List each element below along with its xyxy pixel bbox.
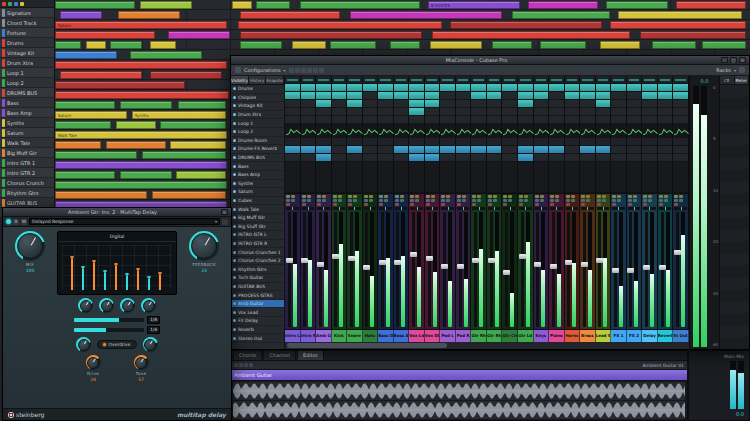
insert-slot[interactable] [440,108,455,116]
send-slot[interactable] [394,146,409,154]
track-row[interactable]: Big Muff Gtr [0,148,54,158]
power-icon[interactable] [6,219,11,224]
s-button[interactable] [648,195,652,198]
insert-slot[interactable] [549,92,564,100]
insert-slot[interactable] [502,108,517,116]
routing-cell[interactable] [580,76,595,84]
insert-slot[interactable] [471,84,486,92]
e-button[interactable] [441,199,445,202]
quick-controls-cell[interactable] [642,162,657,193]
s-button[interactable] [571,195,575,198]
s-button[interactable] [400,195,404,198]
insert-slot[interactable] [394,92,409,100]
r-button[interactable] [384,199,388,202]
pan-control[interactable] [566,207,579,210]
channel-strip-cell[interactable] [518,138,533,146]
clip[interactable] [292,41,326,49]
pan-control[interactable] [333,207,346,210]
clip[interactable] [55,181,227,189]
w-button[interactable] [597,203,601,206]
clip[interactable] [330,41,376,49]
clip[interactable] [120,171,172,179]
send-slot[interactable] [440,146,455,154]
send-slot[interactable] [363,146,378,154]
e-button[interactable] [364,199,368,202]
plugin-titlebar[interactable]: Ambient Gtr: Ins. 2 - MultiTap Delay [3,208,231,217]
m-button[interactable] [519,195,523,198]
routing-cell[interactable] [285,76,300,84]
channel-strip[interactable] [301,194,317,329]
m-button[interactable] [581,195,585,198]
channel-strip-cell[interactable] [611,138,626,146]
channel-name[interactable]: Snare [347,330,363,342]
insert-slot[interactable] [534,116,549,124]
routing-cell[interactable] [627,76,642,84]
e-button[interactable] [581,199,585,202]
clip[interactable] [118,11,180,19]
write-automation-button[interactable]: W [21,219,27,225]
insert-slot[interactable] [487,116,502,124]
m-button[interactable] [488,195,492,198]
channel-name[interactable]: Intro L [285,330,301,342]
channel-strip[interactable] [363,194,379,329]
insert-slot[interactable] [363,108,378,116]
clip[interactable] [606,1,668,9]
tap-display[interactable] [62,245,172,290]
insert-slot[interactable] [596,108,611,116]
channel-name[interactable]: FX 1 [611,330,627,342]
quick-controls-cell[interactable] [580,162,595,193]
insert-slot[interactable] [440,92,455,100]
e-button[interactable] [519,199,523,202]
fader-cap[interactable] [379,260,386,265]
insert-slot[interactable] [363,84,378,92]
routing-cell[interactable] [596,76,611,84]
fader-cap[interactable] [301,258,308,263]
insert-slot[interactable] [471,100,486,108]
send-slot[interactable] [487,154,502,162]
send-slot[interactable] [363,154,378,162]
w-button[interactable] [457,203,461,206]
send-slot[interactable] [347,146,362,154]
send-slot[interactable] [658,146,673,154]
clip[interactable] [55,191,147,199]
channel-name[interactable]: Gtr Ld [518,330,534,342]
track-row[interactable]: Bass [0,98,54,108]
track-row[interactable]: Synths [0,118,54,128]
pan-control[interactable] [488,207,501,210]
send-slot[interactable] [611,154,626,162]
e-button[interactable] [286,199,290,202]
delay-tap[interactable] [126,275,128,290]
insert-slot[interactable] [285,100,300,108]
channel-strip-cell[interactable] [549,138,564,146]
channel-name[interactable]: Reverb [658,330,674,342]
clip[interactable] [178,101,226,109]
clip[interactable] [160,121,226,129]
pan-control[interactable] [457,207,470,210]
s-button[interactable] [431,195,435,198]
insert-slot[interactable] [409,116,424,124]
send-slot[interactable] [565,146,580,154]
waveform-lane[interactable] [233,382,685,400]
pan-control[interactable] [612,207,625,210]
w-button[interactable] [535,203,539,206]
s-button[interactable] [369,195,373,198]
clip[interactable] [110,41,142,49]
quick-controls-cell[interactable] [456,162,471,193]
delay-tap[interactable] [104,272,106,290]
channel-name[interactable]: FX 2 [627,330,643,342]
clip[interactable] [652,41,696,49]
clip[interactable] [60,11,102,19]
insert-slot[interactable] [378,100,393,108]
insert-slot[interactable] [534,108,549,116]
insert-slot[interactable] [456,100,471,108]
clip[interactable] [618,11,742,19]
insert-slot[interactable] [285,84,300,92]
tap-time-value[interactable]: 1/4 [147,326,160,334]
routing-cell[interactable] [425,76,440,84]
track-row[interactable]: Drums [0,38,54,48]
visibility-item[interactable]: PROCESS GTRS [231,291,284,300]
clip[interactable] [55,81,185,89]
track-row[interactable]: Bass Amp [0,108,54,118]
clip[interactable] [55,41,81,49]
send-slot[interactable] [425,146,440,154]
